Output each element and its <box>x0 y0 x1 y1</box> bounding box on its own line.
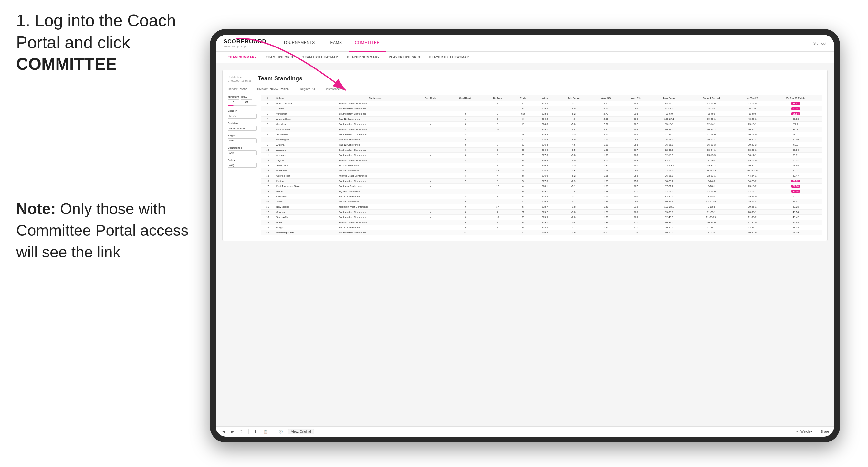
filter-row: Gender: Men's Division: NCAA Division I … <box>228 88 822 91</box>
cell-low-score: 96-29.2 <box>651 127 687 132</box>
cell-rank: 23 <box>261 215 275 220</box>
subnav-team-h2h-heatmap[interactable]: TEAM H2H HEATMAP <box>298 52 343 63</box>
cell-avg-rd: 271 <box>621 189 651 194</box>
subnav-player-h2h-grid[interactable]: PLAYER H2H GRID <box>384 52 425 63</box>
update-time: Update time: 27/03/2024 16:56:26 <box>228 75 251 83</box>
standings-table: # School Conference Reg Rank Conf Rank N… <box>261 95 822 236</box>
cell-overall: 11-29-1 <box>687 210 735 215</box>
subnav-player-summary[interactable]: PLAYER SUMMARY <box>342 52 384 63</box>
min-rounds-slider[interactable] <box>228 105 257 106</box>
division-select[interactable]: NCAA Division I <box>228 126 257 131</box>
cell-conf-rank: 5 <box>447 148 483 153</box>
gender-select[interactable]: Men's <box>228 114 257 119</box>
cell-rank: 3 <box>261 112 275 117</box>
cell-school: Georgia Tech <box>275 174 337 179</box>
cell-school: East Tennessee State <box>275 184 337 189</box>
cell-wins: 276.9 <box>534 163 556 168</box>
cell-avg-sg: 1.44 <box>591 199 621 205</box>
toolbar-share-icon[interactable]: ⬆ <box>253 429 258 434</box>
toolbar-watch-btn[interactable]: 👁 Watch ▾ <box>796 430 812 433</box>
min-rounds-min[interactable]: 4 <box>228 99 239 104</box>
instruction-area: 1. Log into the Coach Portal and click C… <box>16 10 194 263</box>
cell-reg-rank: - <box>413 158 447 163</box>
cell-overall: 11-29-1 <box>687 225 735 230</box>
toolbar-share-btn[interactable]: Share <box>820 430 829 433</box>
cell-avg-rd: 265 <box>621 174 651 179</box>
cell-avg-sg: 1.85 <box>591 174 621 179</box>
cell-conference: Mountain West Conference <box>337 205 413 210</box>
cell-vs-top25: 10-30-0 <box>735 230 769 236</box>
cell-conference: Southeastern Conference <box>337 210 413 215</box>
cell-conference: Big 12 Conference <box>337 163 413 168</box>
table-row: 17 East Tennessee State Southern Confere… <box>261 184 822 189</box>
cell-avg-rd: 262 <box>621 137 651 143</box>
cell-school: Alabama <box>275 148 337 153</box>
toolbar-clock-icon[interactable]: 🕐 <box>277 429 284 434</box>
cell-points: 86.98 <box>769 117 822 122</box>
subnav-team-h2h-grid[interactable]: TEAM H2H GRID <box>261 52 298 63</box>
table-row: 3 Vanderbilt Southeastern Conference - 2… <box>261 112 822 117</box>
cell-vs-top25: 34-25-2 <box>735 179 769 184</box>
cell-reg-rank: - <box>413 112 447 117</box>
region-select[interactable]: N/A <box>228 138 257 143</box>
cell-school: Arkansas <box>275 153 337 158</box>
cell-conference: Southeastern Conference <box>337 179 413 184</box>
cell-rank: 22 <box>261 210 275 215</box>
toolbar-back-btn[interactable]: ◀ <box>221 429 226 434</box>
cell-no-tour: 6 <box>483 148 512 153</box>
cell-overall: 38-8-0 <box>687 112 735 117</box>
app-container: SCOREBOARD Powered by clippd TOURNAMENTS… <box>216 35 834 437</box>
cell-low-score: 76-26.1 <box>651 174 687 179</box>
min-rounds-max[interactable]: 30 <box>241 99 252 104</box>
table-row: 2 Auburn Southeastern Conference - 1 9 6… <box>261 106 822 112</box>
toolbar-view-btn[interactable]: View: Original <box>288 429 314 434</box>
cell-points: 85.13 <box>769 230 822 236</box>
cell-avg-rd: 260 <box>621 194 651 199</box>
col-adj-score: Adj. Score <box>556 95 591 101</box>
cell-wins: 274.2 <box>534 117 556 122</box>
cell-no-tour: 8 <box>483 230 512 236</box>
cell-points: 48.54 <box>769 210 822 215</box>
cell-overall: 10-23-0 <box>687 220 735 225</box>
nav-item-tournaments[interactable]: TOURNAMENTS <box>277 35 321 52</box>
cell-school: Auburn <box>275 106 337 112</box>
cell-school: North Carolina <box>275 101 337 106</box>
cell-points: 60.57 <box>769 158 822 163</box>
cell-overall: 23-23-1 <box>687 174 735 179</box>
cell-conf-rank: 3 <box>447 143 483 148</box>
cell-conf-rank: 2 <box>447 168 483 174</box>
table-row: 11 Arkansas Southeastern Conference - 6 … <box>261 153 822 158</box>
cell-rank: 21 <box>261 205 275 210</box>
cell-conf-rank: - <box>447 184 483 189</box>
cell-low-score: 97-01.1 <box>651 168 687 174</box>
cell-adj-score: -5.1 <box>556 184 591 189</box>
cell-no-tour: 6 <box>483 189 512 194</box>
subnav-player-h2h-heatmap[interactable]: PLAYER H2H HEATMAP <box>425 52 473 63</box>
cell-avg-rd: 267 <box>621 184 651 189</box>
toolbar-bookmark-btn[interactable]: 📋 <box>262 429 269 434</box>
nav-item-committee[interactable]: COMMITTEE <box>348 35 386 52</box>
school-select[interactable]: (All) <box>228 163 257 167</box>
cell-adj-score: -3.5 <box>556 168 591 174</box>
cell-wins: 280.7 <box>534 230 556 236</box>
cell-rank: 7 <box>261 132 275 137</box>
cell-school: Arizona <box>275 143 337 148</box>
subnav-team-summary[interactable]: TEAM SUMMARY <box>223 52 261 63</box>
cell-vs-top25: 33-38.4 <box>735 199 769 205</box>
conference-select[interactable]: (All) <box>228 151 257 155</box>
cell-no-tour: 8 <box>483 194 512 199</box>
cell-school: Texas Tech <box>275 163 337 168</box>
toolbar-refresh-btn[interactable]: ↻ <box>239 429 245 434</box>
cell-conf-rank: 4 <box>447 132 483 137</box>
cell-reg-rank: - <box>413 189 447 194</box>
cell-wins: 273.5 <box>534 101 556 106</box>
division-filter-label: Division <box>228 122 257 125</box>
sign-out-button[interactable]: Sign out <box>809 41 826 45</box>
table-row: 4 Arizona State Pac-12 Conference - 1 9 … <box>261 117 822 122</box>
cell-conference: Atlantic Coast Conference <box>337 220 413 225</box>
cell-rnds: 6 <box>512 106 534 112</box>
cell-avg-rd: 264 <box>621 127 651 132</box>
toolbar-forward-btn[interactable]: ▶ <box>230 429 235 434</box>
instruction-text: 1. Log into the Coach Portal and click <box>16 11 176 52</box>
nav-item-teams[interactable]: TEAMS <box>321 35 348 52</box>
